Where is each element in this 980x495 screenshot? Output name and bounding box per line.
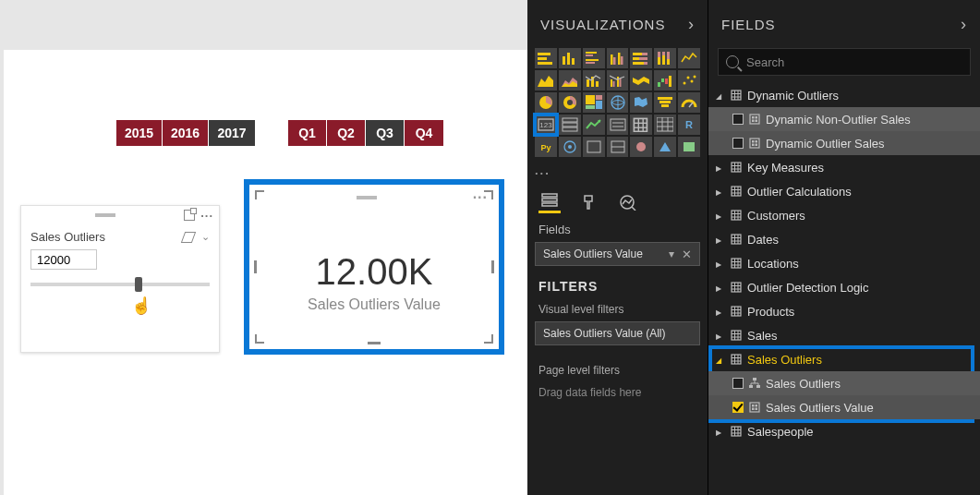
table-icon [731,90,742,101]
report-canvas[interactable]: 2015 2016 2017 Q1 Q2 Q3 Q4 ··· Sales Out… [0,0,527,495]
checkbox[interactable] [732,378,744,389]
checkbox-checked[interactable] [732,402,744,413]
fields-header[interactable]: FIELDS [708,0,980,48]
table-products[interactable]: Products [708,299,980,323]
viz-donut-icon[interactable] [559,92,581,113]
field-well-item[interactable]: Sales Outliers Value ▾✕ [535,242,700,266]
table-locations[interactable]: Locations [708,251,980,275]
move-handle-icon[interactable] [357,196,377,199]
quarter-btn-q3[interactable]: Q3 [366,120,405,146]
viz-stacked-column-icon[interactable] [559,48,581,68]
table-key-measures[interactable]: Key Measures [708,155,980,179]
card-visual[interactable]: ··· 12.00K Sales Outliers Value [255,190,493,344]
table-icon [731,426,742,437]
year-btn-2015[interactable]: 2015 [116,120,163,146]
visual-filter-item[interactable]: Sales Outliers Value (All) [535,321,700,345]
viz-slicer-icon[interactable] [607,115,629,135]
viz-scatter-icon[interactable] [678,70,700,91]
viz-py-icon[interactable]: Py [535,137,557,157]
svg-rect-25 [586,59,599,61]
field-sales-outliers[interactable]: Sales Outliers [708,371,980,395]
viz-line-stacked-icon[interactable] [583,70,605,91]
collapse-icon[interactable] [688,15,695,34]
year-btn-2017[interactable]: 2017 [209,120,255,146]
table-dates[interactable]: Dates [708,227,980,251]
viz-stacked-area-icon[interactable] [559,70,581,91]
checkbox[interactable] [732,114,744,125]
viz-stacked-bar-icon[interactable] [535,48,557,68]
clear-selection-icon[interactable] [181,232,196,243]
resize-handle-tr[interactable] [484,190,493,199]
quarter-btn-q4[interactable]: Q4 [405,120,443,146]
viz-clustered-column-icon[interactable] [607,48,629,68]
viz-custom5-icon[interactable] [678,137,700,157]
table-outlier-logic[interactable]: Outlier Detection Logic [708,275,980,299]
field-dropdown-icon[interactable]: ▾ [669,248,674,261]
viz-table-icon[interactable] [630,115,652,135]
focus-mode-icon[interactable] [184,210,195,221]
resize-handle-l[interactable] [254,260,257,273]
viz-funnel-icon[interactable] [654,92,676,113]
resize-handle-br[interactable] [484,334,493,344]
analytics-tab[interactable] [616,191,638,213]
viz-area-icon[interactable] [535,70,557,91]
slicer-value-input[interactable]: 12000 [30,249,97,270]
table-salespeople[interactable]: Salespeople [708,419,980,443]
viz-gauge-icon[interactable] [678,92,700,113]
resize-handle-b[interactable] [368,342,381,344]
viz-100-bar-icon[interactable] [630,48,652,68]
visual-more-icon[interactable]: ··· [200,209,213,223]
slicer-slider[interactable] [30,283,210,286]
viz-more-icon[interactable]: ··· [527,164,708,187]
viz-custom1-icon[interactable] [583,137,605,157]
viz-treemap-icon[interactable] [583,92,605,113]
field-sales-outliers-value[interactable]: Sales Outliers Value [708,395,980,419]
viz-card-icon[interactable]: 123 [535,115,557,135]
viz-ribbon-icon[interactable] [630,70,652,91]
viz-pie-icon[interactable] [535,92,557,113]
table-dynamic-outliers[interactable]: Dynamic Outliers [708,83,980,107]
fields-search[interactable]: Search [718,48,971,76]
table-customers[interactable]: Customers [708,203,980,227]
table-sales[interactable]: Sales [708,323,980,347]
viz-custom3-icon[interactable] [630,137,652,157]
viz-filled-map-icon[interactable] [630,92,652,113]
collapse-icon[interactable] [961,15,967,34]
resize-handle-r[interactable] [491,260,494,273]
viz-map-icon[interactable] [607,92,629,113]
slicer-dropdown-icon[interactable]: ⌄ [201,231,210,243]
table-outlier-calc[interactable]: Outlier Calculations [708,179,980,203]
viz-waterfall-icon[interactable] [654,70,676,91]
year-btn-2016[interactable]: 2016 [163,120,209,146]
table-sales-outliers[interactable]: Sales Outliers [708,347,980,371]
viz-multirow-card-icon[interactable] [559,115,581,135]
viz-custom2-icon[interactable] [607,137,629,157]
viz-r-icon[interactable]: R [678,115,700,135]
format-tab[interactable] [577,191,599,213]
svg-rect-53 [658,82,660,87]
quarter-btn-q1[interactable]: Q1 [288,120,327,146]
viz-kpi-icon[interactable] [583,115,605,135]
move-handle-icon[interactable] [95,213,115,217]
svg-rect-23 [586,52,597,54]
field-dynamic-non-outlier[interactable]: Dynamic Non-Outlier Sales [708,107,980,131]
page-filters-dropzone[interactable]: Drag data fields here [527,380,708,399]
resize-handle-bl[interactable] [255,334,264,344]
field-remove-icon[interactable]: ✕ [682,248,692,261]
fields-tab[interactable] [538,191,561,213]
checkbox[interactable] [732,138,744,149]
resize-handle-tl[interactable] [255,190,264,199]
quarter-btn-q2[interactable]: Q2 [327,120,366,146]
viz-line-clustered-icon[interactable] [607,70,629,91]
viz-matrix-icon[interactable] [654,115,676,135]
viz-clustered-bar-icon[interactable] [583,48,605,68]
svg-rect-50 [612,81,614,87]
viz-100-column-icon[interactable] [654,48,676,68]
viz-custom4-icon[interactable] [654,137,676,157]
visualizations-header[interactable]: VISUALIZATIONS [527,0,708,48]
viz-arcgis-icon[interactable] [559,137,581,157]
slider-thumb[interactable] [135,277,142,292]
sales-outliers-slicer[interactable]: ··· Sales Outliers ⌄ 12000 [20,205,220,353]
field-dynamic-outlier[interactable]: Dynamic Outlier Sales [708,131,980,155]
viz-line-icon[interactable] [678,48,700,68]
